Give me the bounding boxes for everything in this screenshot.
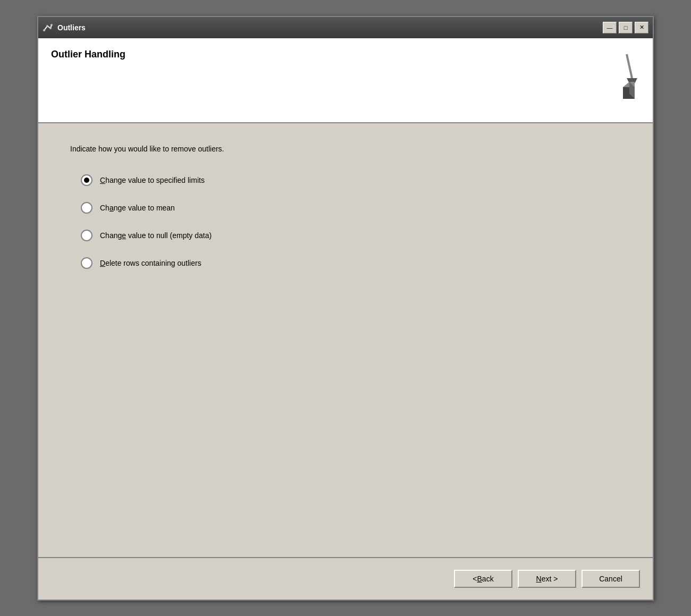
title-bar: Outliers — □ ✕	[38, 17, 653, 38]
radio-circle-1	[81, 174, 92, 186]
svg-point-3	[43, 29, 45, 31]
minimize-button[interactable]: —	[603, 22, 617, 33]
header-illustration	[597, 49, 640, 102]
app-icon	[43, 22, 53, 33]
radio-option-1[interactable]: Change value to specified limits	[81, 174, 621, 186]
title-bar-controls: — □ ✕	[603, 22, 648, 33]
radio-option-3[interactable]: Change value to null (empty data)	[81, 230, 621, 241]
page-title: Outlier Handling	[51, 49, 125, 60]
cancel-button[interactable]: Cancel	[582, 570, 640, 588]
back-button[interactable]: < Back	[454, 570, 512, 588]
footer: < Back Next > Cancel	[38, 557, 653, 600]
radio-circle-2	[81, 202, 92, 214]
radio-label-4: Delete rows containing outliers	[100, 259, 201, 267]
radio-option-2[interactable]: Change value to mean	[81, 202, 621, 214]
header-panel: Outlier Handling	[38, 38, 653, 123]
close-button[interactable]: ✕	[635, 22, 648, 33]
maximize-button[interactable]: □	[619, 22, 633, 33]
svg-line-7	[627, 54, 632, 78]
main-window: Outliers — □ ✕ Outlier Handling Indicate…	[37, 16, 654, 601]
radio-circle-4	[81, 257, 92, 269]
svg-point-4	[46, 25, 48, 27]
svg-point-5	[49, 27, 52, 29]
radio-option-4[interactable]: Delete rows containing outliers	[81, 257, 621, 269]
radio-group: Change value to specified limits Change …	[81, 174, 621, 269]
radio-label-3: Change value to null (empty data)	[100, 231, 212, 240]
svg-point-6	[50, 24, 53, 26]
radio-label-1: Change value to specified limits	[100, 176, 205, 184]
title-bar-left: Outliers	[43, 22, 86, 33]
window-title: Outliers	[57, 23, 86, 32]
radio-circle-3	[81, 230, 92, 241]
content-area: Indicate how you would like to remove ou…	[38, 123, 653, 557]
next-button[interactable]: Next >	[518, 570, 576, 588]
instruction-text: Indicate how you would like to remove ou…	[70, 145, 621, 153]
radio-label-2: Change value to mean	[100, 204, 175, 212]
